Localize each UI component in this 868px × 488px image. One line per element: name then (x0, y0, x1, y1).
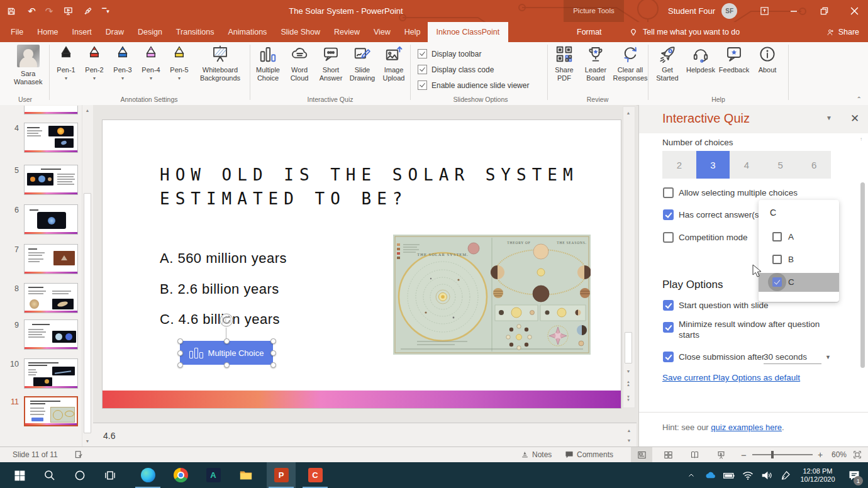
tab-animations[interactable]: Animations (221, 22, 274, 42)
selection-handle[interactable] (270, 338, 276, 344)
about-button[interactable]: About (752, 45, 783, 74)
thumbnail-slide-9[interactable] (24, 319, 78, 350)
tab-slide-show[interactable]: Slide Show (274, 22, 327, 42)
pen-caret-icon[interactable]: ▾ (93, 75, 96, 81)
cortana-button[interactable] (65, 462, 94, 488)
competition-mode-checkbox[interactable] (663, 232, 674, 243)
comments-toggle[interactable]: Comments (565, 447, 613, 462)
tab-view[interactable]: View (367, 22, 398, 42)
classpoint-app-icon[interactable]: A (199, 462, 228, 488)
panel-close-icon[interactable]: ✕ (850, 112, 859, 125)
onedrive-icon[interactable] (701, 462, 720, 488)
zoom-out-button[interactable]: − (741, 447, 747, 462)
task-view-button[interactable] (96, 462, 125, 488)
tab-inknoe-classpoint[interactable]: Inknoe ClassPoint (428, 22, 509, 42)
slide-sorter-view-button[interactable] (657, 447, 679, 462)
volume-icon[interactable] (757, 462, 776, 488)
choices-option-4[interactable]: 4 (730, 151, 764, 179)
thumbnail-slide-5[interactable] (24, 165, 78, 195)
thumbnail-slide-3-partial[interactable] (24, 106, 78, 114)
scroll-up-icon[interactable]: ▲ (623, 108, 633, 118)
taskbar-clock[interactable]: 12:08 PM10/12/2020 (795, 467, 840, 484)
close-submission-select[interactable]: 30 seconds (764, 352, 821, 364)
correct-answer-dropdown[interactable]: C A B C (759, 200, 839, 302)
scroll-down-icon[interactable]: ▼ (623, 366, 633, 376)
tab-design[interactable]: Design (131, 22, 169, 42)
clear-all-responses-button[interactable]: Clear all Responses (613, 45, 648, 82)
rotate-handle-icon[interactable] (219, 313, 234, 328)
zoom-level[interactable]: 60% (832, 447, 847, 462)
zoom-in-button[interactable]: + (818, 447, 823, 462)
share-pdf-button[interactable]: Share PDF (550, 45, 579, 82)
close-submission-caret-icon[interactable]: ▼ (825, 354, 831, 360)
thumbnail-slide-10[interactable] (24, 358, 78, 389)
share-button[interactable]: Share (826, 22, 859, 42)
start-slideshow-icon[interactable] (63, 6, 73, 16)
powerpoint-taskbar-icon[interactable]: P (267, 462, 296, 488)
tab-draw[interactable]: Draw (99, 22, 131, 42)
windows-ink-icon[interactable] (776, 462, 795, 488)
short-answer-button[interactable]: Short Answer (316, 45, 346, 82)
multiple-choice-button[interactable]: Multiple Choice (253, 45, 283, 82)
restore-button[interactable] (810, 0, 838, 22)
camtasia-taskbar-icon[interactable]: C (301, 462, 330, 488)
dropdown-current-value[interactable]: C (770, 208, 776, 218)
panel-dropdown-icon[interactable]: ▼ (826, 114, 832, 121)
ribbon-display-options-button[interactable] (750, 0, 778, 22)
thumbnail-slide-7[interactable] (24, 244, 78, 274)
tab-transitions[interactable]: Transitions (169, 22, 221, 42)
chrome-taskbar-icon[interactable] (166, 462, 195, 488)
close-submission-checkbox[interactable] (663, 352, 674, 362)
allow-multiple-checkbox[interactable] (663, 187, 674, 198)
tab-review[interactable]: Review (327, 22, 367, 42)
get-started-button[interactable]: Get Started (652, 45, 683, 82)
fit-slide-button[interactable] (853, 447, 862, 462)
selection-handle[interactable] (270, 350, 276, 356)
dropdown-checkbox-c[interactable] (772, 277, 782, 287)
search-button[interactable] (35, 462, 64, 488)
selection-handle[interactable] (224, 338, 230, 344)
slide-gradient-bar[interactable] (103, 391, 621, 408)
pen-caret-icon[interactable]: ▾ (150, 75, 152, 81)
number-of-choices-selector[interactable]: 23456 (662, 151, 831, 179)
answer-option-1[interactable]: B. 2.6 billion years (160, 281, 279, 297)
multiple-choice-slide-button[interactable]: Multiple Choice (180, 341, 273, 365)
notes-scroll-down-icon[interactable]: ▼ (624, 435, 634, 445)
thumb-scroll-thumb[interactable] (84, 193, 91, 433)
tray-chevron-icon[interactable] (682, 462, 701, 488)
display-toolbar-checkbox[interactable] (418, 49, 427, 58)
helpdesk-button[interactable]: Helpdesk (685, 45, 716, 74)
scroll-thumb[interactable] (625, 332, 632, 363)
selection-handle[interactable] (177, 362, 183, 368)
thumbnail-slide-4[interactable] (24, 123, 78, 153)
thumbnail-slide-11[interactable] (24, 396, 78, 426)
pen-2-button[interactable]: Pen-2 ▾ (81, 45, 108, 81)
collapse-ribbon-icon[interactable]: ⌃ (857, 96, 862, 103)
thumbnail-slide-6[interactable] (24, 204, 78, 235)
dropdown-option-c[interactable]: C (759, 273, 839, 292)
pen-caret-icon[interactable]: ▾ (121, 75, 124, 81)
close-button[interactable] (840, 0, 868, 22)
tab-help[interactable]: Help (398, 22, 428, 42)
proofing-icon[interactable] (74, 447, 83, 462)
wifi-icon[interactable] (738, 462, 757, 488)
thumbnail-scrollbar[interactable]: ▲ ▼ (82, 105, 93, 446)
battery-icon[interactable] (720, 462, 738, 488)
notes-toggle[interactable]: Notes (521, 447, 552, 462)
pen-4-button[interactable]: Pen-4 ▾ (138, 45, 164, 81)
avatar[interactable]: SF (721, 3, 737, 19)
choices-option-5[interactable]: 5 (764, 151, 798, 179)
has-correct-checkbox[interactable] (663, 209, 674, 220)
slide-title[interactable]: HOW OLD IS THE SOLAR SYSTEMESTIMATED TO … (160, 163, 579, 211)
thumb-scroll-up-icon[interactable]: ▲ (82, 105, 92, 115)
user-profile-button[interactable]: SaraWanasek (14, 45, 42, 86)
choices-option-3[interactable]: 3 (696, 151, 730, 179)
start-question-checkbox[interactable] (663, 300, 674, 311)
dropdown-option-a[interactable]: A (759, 228, 839, 247)
zoom-slider-thumb[interactable] (771, 451, 774, 458)
solar-system-map-image[interactable]: THE SOLAR SYSTEM. THEORY OF THE SEASONS. (393, 235, 591, 355)
slide-drawing-button[interactable]: Slide Drawing (347, 45, 377, 82)
display-class-code-checkbox[interactable] (418, 65, 427, 74)
panel-scroll-thumb[interactable] (860, 182, 865, 368)
image-upload-button[interactable]: Image Upload (379, 45, 409, 82)
